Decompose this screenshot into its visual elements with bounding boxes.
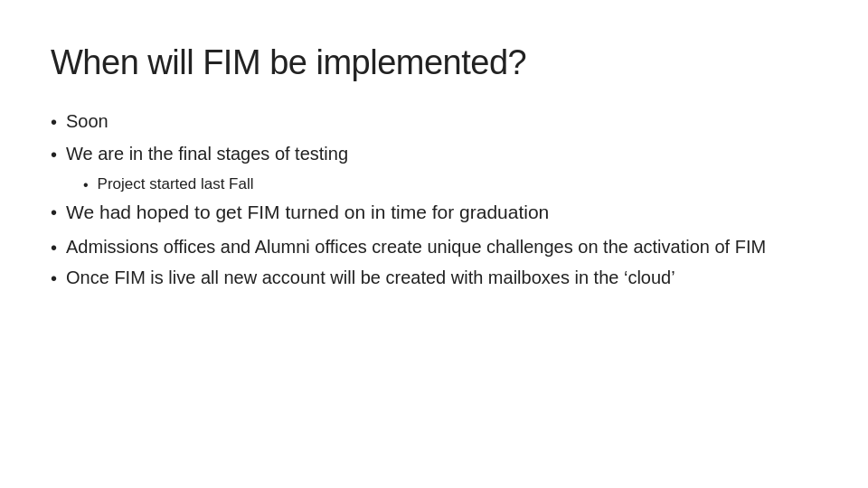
- bullet-admissions-text: Admissions offices and Alumni offices cr…: [66, 234, 766, 260]
- bullet-graduation-text: We had hoped to get FIM turned on in tim…: [66, 199, 549, 226]
- bullet-icon-graduation: •: [51, 200, 57, 226]
- bullet-icon-admissions: •: [51, 235, 57, 261]
- content-area: • Soon • We are in the final stages of t…: [51, 108, 817, 296]
- bullet-cloud-text: Once FIM is live all new account will be…: [66, 265, 675, 291]
- bullet-soon-text: Soon: [66, 108, 108, 135]
- bullet-icon-final-stages: •: [51, 142, 57, 168]
- bullet-graduation: • We had hoped to get FIM turned on in t…: [51, 199, 817, 226]
- slide: When will FIM be implemented? • Soon • W…: [0, 0, 868, 488]
- bullet-final-stages: • We are in the final stages of testing: [51, 141, 817, 168]
- sub-bullet-project: • Project started last Fall: [83, 174, 817, 195]
- bullet-soon: • Soon: [51, 108, 817, 136]
- sub-bullet-project-text: Project started last Fall: [98, 174, 254, 195]
- bullet-final-stages-text: We are in the final stages of testing: [66, 141, 348, 167]
- bullet-admissions: • Admissions offices and Alumni offices …: [51, 234, 817, 261]
- sub-bullet-icon-project: •: [83, 175, 89, 195]
- bullet-icon-cloud: •: [51, 266, 57, 292]
- bullet-icon-soon: •: [51, 109, 57, 136]
- slide-title: When will FIM be implemented?: [51, 43, 817, 83]
- bullet-cloud: • Once FIM is live all new account will …: [51, 265, 817, 292]
